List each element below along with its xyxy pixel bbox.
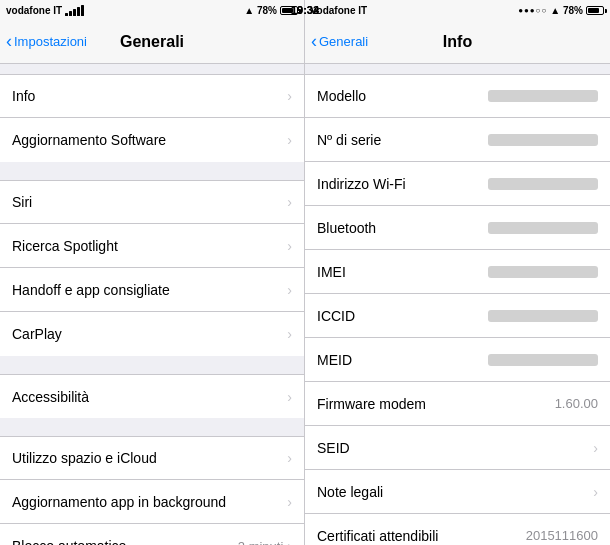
group-4: Utilizzo spazio e iCloud › Aggiornamento… bbox=[0, 436, 304, 545]
row-blocco-automatico[interactable]: Blocco automatico 2 minuti › bbox=[0, 524, 304, 545]
row-siri-label: Siri bbox=[12, 194, 287, 210]
gap-2 bbox=[0, 162, 304, 180]
left-back-label: Impostazioni bbox=[14, 34, 87, 49]
row-firmware-modem: Firmware modem 1.60.00 bbox=[305, 382, 610, 426]
meid-value bbox=[488, 354, 598, 366]
modello-label: Modello bbox=[317, 88, 447, 104]
bluetooth-label: Bluetooth bbox=[317, 220, 447, 236]
group-3: Accessibilità › bbox=[0, 374, 304, 418]
back-chevron-right: ‹ bbox=[311, 31, 317, 52]
gap-4 bbox=[0, 418, 304, 436]
row-iccid: ICCID bbox=[305, 294, 610, 338]
row-info[interactable]: Info › bbox=[0, 74, 304, 118]
row-carplay-label: CarPlay bbox=[12, 326, 287, 342]
right-info-group: Modello Nº di serie Indirizzo Wi-Fi Blue… bbox=[305, 74, 610, 545]
numero-serie-value bbox=[488, 134, 598, 146]
right-nav-bar: ‹ Generali Info bbox=[305, 20, 610, 64]
signal-bar-2 bbox=[69, 11, 72, 16]
right-nav-title: Info bbox=[443, 33, 472, 51]
row-accessibilita-label: Accessibilità bbox=[12, 389, 287, 405]
left-back-button[interactable]: ‹ Impostazioni bbox=[6, 31, 87, 52]
seid-label: SEID bbox=[317, 440, 447, 456]
wifi-value bbox=[488, 178, 598, 190]
signal-bar-4 bbox=[77, 7, 80, 16]
right-gap-top bbox=[305, 64, 610, 74]
dots-right: ●●●○○ bbox=[518, 6, 547, 15]
imei-label: IMEI bbox=[317, 264, 447, 280]
row-seid[interactable]: SEID › bbox=[305, 426, 610, 470]
left-nav-title: Generali bbox=[120, 33, 184, 51]
right-info-content: Modello Nº di serie Indirizzo Wi-Fi Blue… bbox=[305, 64, 610, 545]
certificati-label: Certificati attendibili bbox=[317, 528, 447, 544]
row-indirizzo-wifi: Indirizzo Wi-Fi bbox=[305, 162, 610, 206]
row-accessibilita[interactable]: Accessibilità › bbox=[0, 374, 304, 418]
left-panel: vodafone IT 19:32 ▲ 78% ‹ Impostazioni G… bbox=[0, 0, 305, 545]
right-back-label: Generali bbox=[319, 34, 368, 49]
row-ricerca-spotlight[interactable]: Ricerca Spotlight › bbox=[0, 224, 304, 268]
row-ricerca-label: Ricerca Spotlight bbox=[12, 238, 287, 254]
row-handoff-chevron: › bbox=[287, 282, 292, 298]
meid-label: MEID bbox=[317, 352, 447, 368]
row-blocco-value: 2 minuti bbox=[238, 539, 284, 546]
row-siri[interactable]: Siri › bbox=[0, 180, 304, 224]
bluetooth-value bbox=[488, 222, 598, 234]
row-imei: IMEI bbox=[305, 250, 610, 294]
group-2: Siri › Ricerca Spotlight › Handoff e app… bbox=[0, 180, 304, 356]
row-aggiornamento-label: Aggiornamento Software bbox=[12, 132, 287, 148]
signal-bar-1 bbox=[65, 13, 68, 16]
row-certificati: Certificati attendibili 2015111600 bbox=[305, 514, 610, 545]
row-utilizzo-chevron: › bbox=[287, 450, 292, 466]
right-status-carrier: vodafone IT bbox=[311, 5, 367, 16]
time-right: 19:34 bbox=[305, 4, 319, 16]
left-settings-content: Info › Aggiornamento Software › Siri › R… bbox=[0, 64, 304, 545]
row-blocco-chevron: › bbox=[287, 538, 292, 545]
imei-value bbox=[488, 266, 598, 278]
signal-bars-left bbox=[65, 5, 84, 16]
signal-bar-3 bbox=[73, 9, 76, 16]
right-status-bar: vodafone IT 19:34 ●●●○○ ▲ 78% bbox=[305, 0, 610, 20]
gap-3 bbox=[0, 356, 304, 374]
seid-chevron: › bbox=[593, 440, 598, 456]
signal-bar-5 bbox=[81, 5, 84, 16]
row-bluetooth: Bluetooth bbox=[305, 206, 610, 250]
row-modello: Modello bbox=[305, 74, 610, 118]
carrier-right: vodafone IT bbox=[311, 5, 367, 16]
left-status-carrier: vodafone IT bbox=[6, 5, 84, 16]
left-nav-bar: ‹ Impostazioni Generali bbox=[0, 20, 304, 64]
back-chevron-left: ‹ bbox=[6, 31, 12, 52]
row-handoff-label: Handoff e app consigliate bbox=[12, 282, 287, 298]
row-aggiornamento-software[interactable]: Aggiornamento Software › bbox=[0, 118, 304, 162]
row-blocco-label: Blocco automatico bbox=[12, 538, 238, 545]
left-status-bar: vodafone IT 19:32 ▲ 78% bbox=[0, 0, 304, 20]
firmware-label: Firmware modem bbox=[317, 396, 447, 412]
firmware-value: 1.60.00 bbox=[447, 396, 598, 411]
iccid-value bbox=[488, 310, 598, 322]
group-1: Info › Aggiornamento Software › bbox=[0, 74, 304, 162]
row-aggiornamento-chevron: › bbox=[287, 132, 292, 148]
row-handoff[interactable]: Handoff e app consigliate › bbox=[0, 268, 304, 312]
note-legali-chevron: › bbox=[593, 484, 598, 500]
row-aggiornamento-app[interactable]: Aggiornamento app in background › bbox=[0, 480, 304, 524]
row-accessibilita-chevron: › bbox=[287, 389, 292, 405]
right-back-button[interactable]: ‹ Generali bbox=[311, 31, 368, 52]
carrier-left: vodafone IT bbox=[6, 5, 62, 16]
wifi-label: Indirizzo Wi-Fi bbox=[317, 176, 447, 192]
row-ricerca-chevron: › bbox=[287, 238, 292, 254]
row-carplay-chevron: › bbox=[287, 326, 292, 342]
row-carplay[interactable]: CarPlay › bbox=[0, 312, 304, 356]
iccid-label: ICCID bbox=[317, 308, 447, 324]
gap-1 bbox=[0, 64, 304, 74]
row-note-legali[interactable]: Note legali › bbox=[305, 470, 610, 514]
network-type-right: ▲ 78% bbox=[550, 5, 583, 16]
row-utilizzo-label: Utilizzo spazio e iCloud bbox=[12, 450, 287, 466]
certificati-value: 2015111600 bbox=[447, 528, 598, 543]
row-info-label: Info bbox=[12, 88, 287, 104]
right-battery-group: ●●●○○ ▲ 78% bbox=[518, 5, 604, 16]
network-type-left: ▲ 78% bbox=[244, 5, 277, 16]
row-siri-chevron: › bbox=[287, 194, 292, 210]
row-info-chevron: › bbox=[287, 88, 292, 104]
modello-value bbox=[488, 90, 598, 102]
note-legali-label: Note legali bbox=[317, 484, 447, 500]
right-panel: vodafone IT 19:34 ●●●○○ ▲ 78% ‹ Generali… bbox=[305, 0, 610, 545]
row-utilizzo-spazio[interactable]: Utilizzo spazio e iCloud › bbox=[0, 436, 304, 480]
